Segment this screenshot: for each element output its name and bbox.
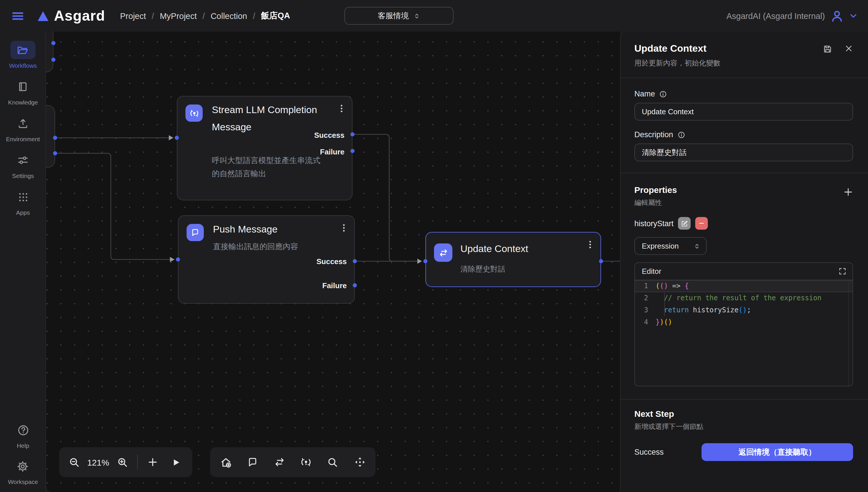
expression-editor: Editor 1 (() => { 2 // return the result… xyxy=(634,262,853,386)
zoom-in-button[interactable] xyxy=(111,447,134,477)
sidebar-item-workflows[interactable]: Workflows xyxy=(9,41,37,69)
edge-stream-success-to-update xyxy=(352,134,417,261)
folder-open-icon xyxy=(17,44,29,56)
node-title: Stream LLM Completion Message xyxy=(212,102,324,136)
property-name: historyStart xyxy=(634,219,674,228)
description-input[interactable]: 清除歷史對話 xyxy=(634,144,853,161)
breadcrumb-current[interactable]: 飯店QA xyxy=(261,10,290,21)
grid-dots-icon xyxy=(18,192,28,202)
remove-property-button[interactable] xyxy=(695,217,708,230)
sliders-icon xyxy=(17,154,29,166)
search-button[interactable] xyxy=(321,447,344,477)
scenario-selector[interactable]: 客服情境 xyxy=(344,7,453,25)
name-label: Name xyxy=(634,90,655,98)
node-description: 呼叫大型語言模型並產生串流式的自然語言輸出 xyxy=(212,154,327,180)
port-label-failure: Failure xyxy=(322,281,347,290)
next-step-section: Next Step 新增或選擇下一個節點 Success 返回情境（直接聽取） xyxy=(621,399,868,461)
sidebar-item-knowledge[interactable]: Knowledge xyxy=(8,77,38,106)
code-line[interactable]: 3 return historySize(); xyxy=(635,304,852,316)
info-icon xyxy=(659,90,667,98)
editor-scrollbar[interactable] xyxy=(848,280,849,386)
edge-arrowhead xyxy=(169,135,173,140)
add-context-node-button[interactable] xyxy=(268,447,291,477)
sidebar: Workflows Knowledge Environment Settings… xyxy=(0,31,46,492)
zoom-out-button[interactable] xyxy=(63,447,85,477)
code-token: ; xyxy=(747,306,751,314)
node-push-message[interactable]: Push Message 直接輸出訊息的回應內容 Success Failure xyxy=(178,215,355,304)
swap-arrows-icon xyxy=(434,243,452,262)
code-token: => xyxy=(668,282,685,290)
property-type-select[interactable]: Expression xyxy=(634,237,707,255)
code-token: () xyxy=(660,282,668,290)
indent-guide xyxy=(664,293,665,316)
next-step-subtitle: 新增或選擇下一個節點 xyxy=(634,422,853,432)
llm-stream-icon xyxy=(185,104,203,122)
node-menu-kebab-icon[interactable] xyxy=(339,223,348,233)
sidebar-item-settings[interactable]: Settings xyxy=(10,151,35,179)
sidebar-item-workspace[interactable]: Workspace xyxy=(8,457,38,485)
node-title: Push Message xyxy=(213,221,278,238)
code-line[interactable]: 4 })() xyxy=(635,316,852,328)
save-icon[interactable] xyxy=(823,44,833,54)
info-icon xyxy=(677,131,685,139)
breadcrumb-collection[interactable]: Collection xyxy=(211,11,247,20)
node-update-context[interactable]: Update Context 清除歷史對話 xyxy=(425,232,601,287)
code-line[interactable]: 1 (() => { xyxy=(635,280,852,292)
expand-editor-icon[interactable] xyxy=(839,268,846,275)
fit-view-button[interactable] xyxy=(348,447,371,477)
code-token: } xyxy=(655,318,660,326)
account-label: AsgardAI (Asgard Internal) xyxy=(726,11,825,20)
edge-arrowhead xyxy=(170,257,175,262)
code-line[interactable]: 2 // return the result of the expression xyxy=(635,292,852,304)
logo-triangle-icon xyxy=(37,10,49,22)
app-logo[interactable]: Asgard xyxy=(37,7,105,24)
sidebar-item-environment[interactable]: Environment xyxy=(6,114,40,142)
node-description: 清除歷史對話 xyxy=(461,262,587,275)
breadcrumb-myproject[interactable]: MyProject xyxy=(160,11,197,20)
properties-title: Properties xyxy=(634,185,677,195)
code-token: // return the result of the expression xyxy=(655,294,821,302)
add-button[interactable] xyxy=(141,447,164,477)
code-area[interactable]: 1 (() => { 2 // return the result of the… xyxy=(635,280,852,386)
node-stream-llm[interactable]: Stream LLM Completion Message Success Fa… xyxy=(177,96,352,200)
line-number: 1 xyxy=(635,281,655,292)
add-property-icon[interactable] xyxy=(843,187,853,197)
workflow-canvas[interactable]: Stream LLM Completion Message Success Fa… xyxy=(46,31,620,492)
node-description: 直接輸出訊息的回應內容 xyxy=(213,240,331,253)
breadcrumb-project[interactable]: Project xyxy=(120,11,146,20)
user-icon[interactable] xyxy=(831,9,843,22)
next-step-target-button[interactable]: 返回情境（直接聽取） xyxy=(701,443,853,461)
node-menu-kebab-icon[interactable] xyxy=(337,103,346,114)
edge-arrowhead xyxy=(417,259,422,264)
code-token: ( xyxy=(655,282,660,290)
edit-property-button[interactable] xyxy=(678,217,691,230)
properties-subtitle: 編輯屬性 xyxy=(634,198,677,208)
add-message-node-button[interactable] xyxy=(241,447,264,477)
breadcrumb: Project / MyProject / Collection / 飯店QA xyxy=(120,10,290,21)
code-token: () xyxy=(739,306,747,314)
offscreen-node-top[interactable] xyxy=(46,31,53,72)
help-circle-icon xyxy=(17,424,29,436)
line-number: 2 xyxy=(635,292,655,304)
close-icon[interactable] xyxy=(844,44,853,54)
node-menu-kebab-icon[interactable] xyxy=(586,239,595,250)
hamburger-menu-icon[interactable] xyxy=(11,9,24,22)
node-config-panel: Update Context 用於更新內容，初始化變數 Name Update … xyxy=(620,31,868,492)
port-label-success: Success xyxy=(314,131,344,140)
sidebar-item-apps[interactable]: Apps xyxy=(10,188,35,216)
description-label: Description xyxy=(634,130,673,139)
app-name: Asgard xyxy=(54,7,105,24)
sidebar-item-help[interactable]: Help xyxy=(10,421,35,449)
offscreen-node-middle[interactable] xyxy=(46,105,55,168)
book-icon xyxy=(17,81,29,93)
add-scene-node-button[interactable] xyxy=(215,447,238,477)
add-llm-node-button[interactable] xyxy=(295,447,318,477)
node-title: Update Context xyxy=(461,241,528,258)
properties-section: Properties 編輯屬性 historyStart Expression xyxy=(621,173,868,255)
name-input[interactable]: Update Context xyxy=(634,103,853,121)
run-workflow-button[interactable] xyxy=(164,447,187,477)
node-tools-toolbar xyxy=(210,447,375,477)
account-chevron-down-icon[interactable] xyxy=(849,11,858,20)
code-token: historySize xyxy=(689,306,739,314)
chat-bubble-icon xyxy=(187,224,204,241)
